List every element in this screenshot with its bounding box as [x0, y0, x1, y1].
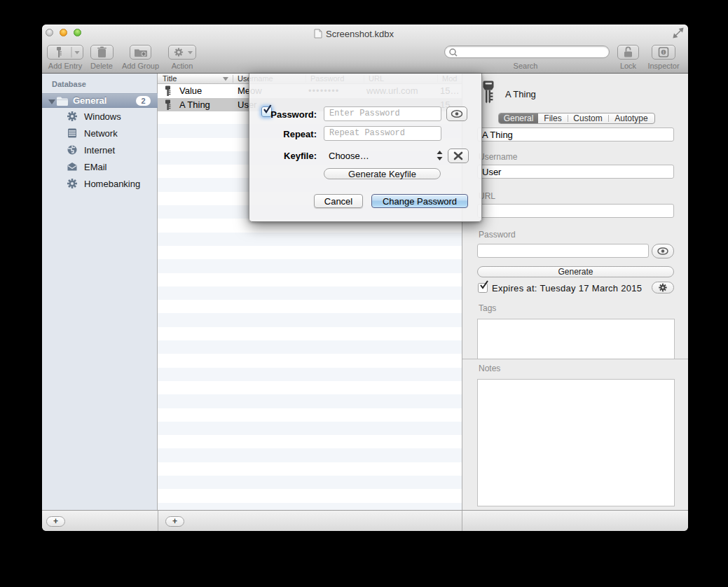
svg-text:i: i	[663, 50, 664, 55]
